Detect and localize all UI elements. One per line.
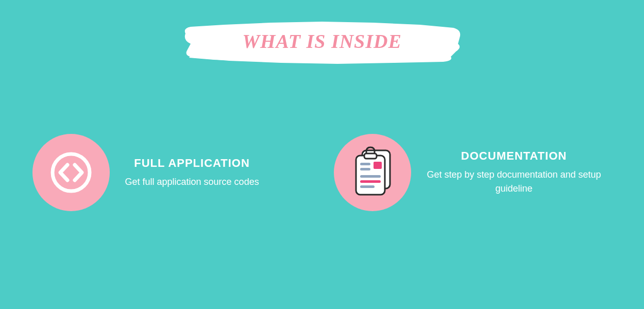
svg-point-0 [53, 154, 90, 191]
svg-rect-6 [360, 168, 370, 170]
clipboard-document-icon [334, 134, 411, 211]
feature-documentation: DOCUMENTATION Get step by step documenta… [334, 134, 612, 211]
svg-rect-9 [360, 185, 375, 188]
svg-rect-5 [360, 163, 370, 165]
code-circle-icon [32, 134, 110, 211]
feature-title: FULL APPLICATION [125, 157, 259, 170]
feature-title: DOCUMENTATION [427, 149, 602, 163]
page-title: What is inside [242, 30, 402, 53]
feature-text-block: FULL APPLICATION Get full application so… [125, 157, 259, 189]
svg-rect-4 [374, 162, 382, 169]
svg-rect-8 [360, 180, 381, 183]
svg-rect-3 [364, 153, 377, 159]
svg-rect-7 [360, 175, 381, 178]
feature-full-application: FULL APPLICATION Get full application so… [32, 134, 311, 211]
features-row: FULL APPLICATION Get full application so… [0, 134, 644, 211]
feature-description: Get full application source codes [125, 175, 259, 189]
feature-description: Get step by step documentation and setup… [427, 168, 602, 196]
feature-text-block: DOCUMENTATION Get step by step documenta… [427, 149, 602, 196]
header-banner: What is inside [178, 15, 466, 67]
